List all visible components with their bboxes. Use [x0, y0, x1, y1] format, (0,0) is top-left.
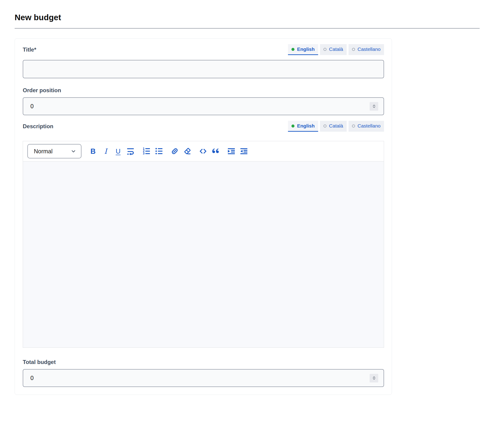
- title-tab-castellano[interactable]: Castellano: [349, 44, 384, 55]
- selected-language-dot-icon: [291, 48, 295, 51]
- stepper-up-down-icon: [371, 375, 377, 381]
- indent-decrease-icon: [240, 147, 248, 155]
- unselected-language-dot-icon: [324, 48, 326, 51]
- total-budget-field: [23, 369, 384, 387]
- line-break-button[interactable]: [126, 146, 135, 157]
- order-position-input[interactable]: [23, 97, 384, 115]
- code-block-button[interactable]: [198, 146, 208, 157]
- description-field-header: Description English Català Castellano: [23, 121, 384, 132]
- description-tab-catala[interactable]: Català: [320, 121, 347, 132]
- total-budget-label: Total budget: [23, 359, 384, 365]
- description-label: Description: [23, 123, 53, 130]
- indent-increase-icon: [227, 147, 235, 155]
- title-input[interactable]: [23, 60, 384, 78]
- blockquote-button[interactable]: [211, 146, 220, 157]
- clear-formatting-button[interactable]: [183, 146, 192, 157]
- ordered-list-button[interactable]: 1 2 3: [142, 146, 151, 157]
- link-icon: [171, 147, 179, 155]
- description-tab-castellano-label: Castellano: [358, 123, 380, 129]
- title-field-header: Title* English Català Castellano: [23, 44, 384, 55]
- order-position-label: Order position: [23, 87, 384, 94]
- bold-button[interactable]: B: [88, 146, 98, 157]
- selected-language-dot-icon: [291, 125, 295, 128]
- title-tab-catala[interactable]: Català: [320, 44, 347, 55]
- toolbar-text-style-group: B I U: [88, 146, 135, 157]
- underline-icon: U: [116, 148, 121, 155]
- title-tab-english-label: English: [297, 46, 315, 52]
- title-tab-castellano-label: Castellano: [358, 46, 380, 52]
- order-position-stepper[interactable]: [370, 102, 378, 111]
- quote-icon: [211, 147, 220, 156]
- format-select-value: Normal: [34, 148, 53, 155]
- stepper-up-down-icon: [371, 104, 377, 109]
- title-label: Title*: [23, 46, 36, 53]
- unselected-language-dot-icon: [352, 48, 355, 51]
- total-budget-input[interactable]: [23, 369, 384, 387]
- chevron-down-icon: [70, 148, 76, 155]
- unselected-language-dot-icon: [324, 125, 326, 128]
- page-title: New budget: [15, 13, 480, 22]
- new-budget-form-card: Title* English Català Castellano Order p…: [15, 38, 392, 395]
- page: New budget Title* English Català Castell…: [0, 0, 504, 395]
- title-tab-english[interactable]: English: [288, 44, 318, 55]
- description-tab-catala-label: Català: [329, 123, 343, 129]
- line-break-icon: [126, 147, 135, 155]
- description-rich-text-editor: Normal B I U: [23, 141, 384, 348]
- description-tab-castellano[interactable]: Castellano: [349, 121, 384, 132]
- total-budget-stepper[interactable]: [370, 374, 378, 382]
- order-position-field: [23, 97, 384, 115]
- code-icon: [199, 147, 207, 155]
- ordered-list-icon: 1 2 3: [142, 147, 151, 155]
- bold-icon: B: [90, 148, 96, 155]
- italic-icon: I: [104, 148, 107, 155]
- bullet-list-icon: [155, 147, 163, 155]
- unselected-language-dot-icon: [352, 125, 355, 128]
- description-tab-english-label: English: [297, 123, 315, 129]
- heading-divider: [15, 28, 480, 28]
- svg-text:3: 3: [143, 152, 145, 155]
- editor-toolbar: Normal B I U: [23, 141, 384, 161]
- toolbar-indent-group: [227, 146, 249, 157]
- format-select[interactable]: Normal: [27, 144, 82, 158]
- underline-button[interactable]: U: [113, 146, 123, 157]
- indent-button[interactable]: [227, 146, 236, 157]
- outdent-button[interactable]: [239, 146, 249, 157]
- description-editor-body[interactable]: [23, 161, 384, 348]
- toolbar-list-group: 1 2 3: [142, 146, 164, 157]
- title-language-tabs: English Català Castellano: [288, 44, 384, 55]
- title-tab-catala-label: Català: [329, 46, 343, 52]
- link-button[interactable]: [170, 146, 179, 157]
- italic-button[interactable]: I: [101, 146, 110, 157]
- toolbar-link-group: [170, 146, 192, 157]
- toolbar-block-group: [198, 146, 220, 157]
- description-language-tabs: English Català Castellano: [288, 121, 384, 132]
- eraser-icon: [183, 147, 191, 155]
- description-tab-english[interactable]: English: [288, 121, 318, 132]
- bullet-list-button[interactable]: [154, 146, 164, 157]
